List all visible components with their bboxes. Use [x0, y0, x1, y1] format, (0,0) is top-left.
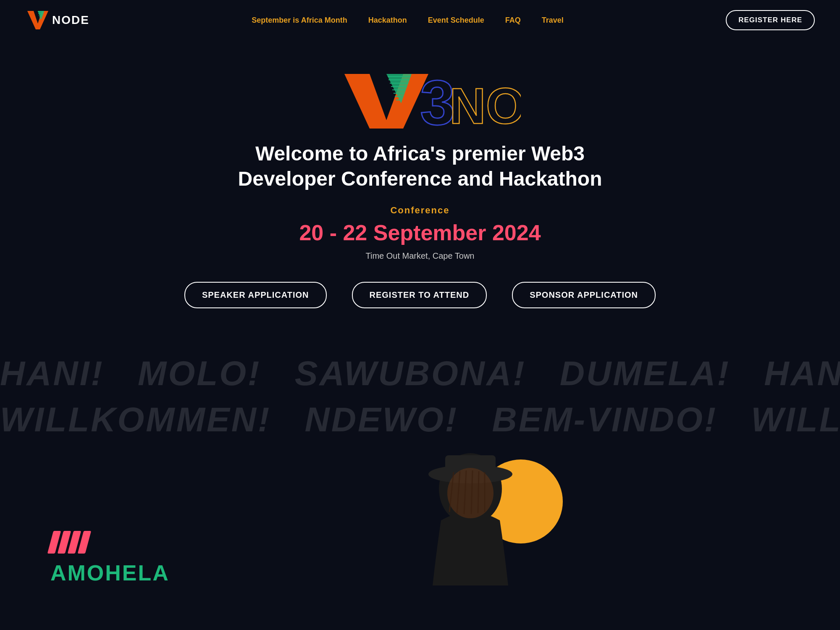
- svg-text:NODE: NODE: [449, 78, 521, 133]
- bottom-section: AMOHELA: [0, 443, 840, 585]
- marquee-text-2: WILLKOMMEN! NDEWO! BEM-VINDO! WILLKOMMEN…: [0, 400, 840, 439]
- speaker-application-button[interactable]: SPEAKER APPLICATION: [184, 282, 327, 308]
- conference-label: Conference: [390, 205, 449, 216]
- amohela-text: AMOHELA: [50, 560, 170, 585]
- amohela-area: AMOHELA: [50, 531, 170, 585]
- logo[interactable]: NODE: [25, 8, 89, 33]
- marquee-text-1: HANI! MOLO! SAWUBONA! DUMELA! HANI! MOLO…: [0, 354, 840, 393]
- nav-travel[interactable]: Travel: [542, 16, 564, 25]
- marquee-section: HANI! MOLO! SAWUBONA! DUMELA! HANI! MOLO…: [0, 350, 840, 443]
- logo-text: NODE: [52, 13, 89, 27]
- nav-event-schedule[interactable]: Event Schedule: [428, 16, 484, 25]
- register-to-attend-button[interactable]: REGISTER TO ATTEND: [352, 282, 487, 308]
- marquee-row-1: HANI! MOLO! SAWUBONA! DUMELA! HANI! MOLO…: [0, 350, 840, 396]
- conference-location: Time Out Market, Cape Town: [366, 251, 475, 261]
- svg-marker-7: [344, 74, 428, 129]
- svg-line-27: [478, 471, 479, 513]
- hero-logo: 3 NODE: [319, 66, 521, 133]
- hero-section: 3 NODE Welcome to Africa's premier Web3 …: [0, 40, 840, 325]
- nav-faq[interactable]: FAQ: [505, 16, 521, 25]
- person-silhouette: [412, 451, 529, 585]
- navbar: NODE September is Africa Month Hackathon…: [0, 0, 840, 40]
- svg-marker-0: [27, 11, 48, 29]
- sponsor-application-button[interactable]: SPONSOR APPLICATION: [512, 282, 656, 308]
- nav-links: September is Africa Month Hackathon Even…: [252, 16, 564, 25]
- nav-africa-month[interactable]: September is Africa Month: [252, 16, 347, 25]
- conference-date: 20 - 22 September 2024: [299, 220, 541, 245]
- marquee-row-2: WILLKOMMEN! NDEWO! BEM-VINDO! WILLKOMMEN…: [0, 396, 840, 443]
- slash-decoration: [50, 531, 170, 554]
- person-area: [412, 451, 546, 585]
- hero-title: Welcome to Africa's premier Web3 Develop…: [231, 141, 609, 192]
- nav-hackathon[interactable]: Hackathon: [368, 16, 407, 25]
- register-here-button[interactable]: REGISTER HERE: [726, 10, 815, 30]
- svg-point-22: [447, 468, 494, 518]
- cta-buttons: SPEAKER APPLICATION REGISTER TO ATTEND S…: [184, 282, 656, 308]
